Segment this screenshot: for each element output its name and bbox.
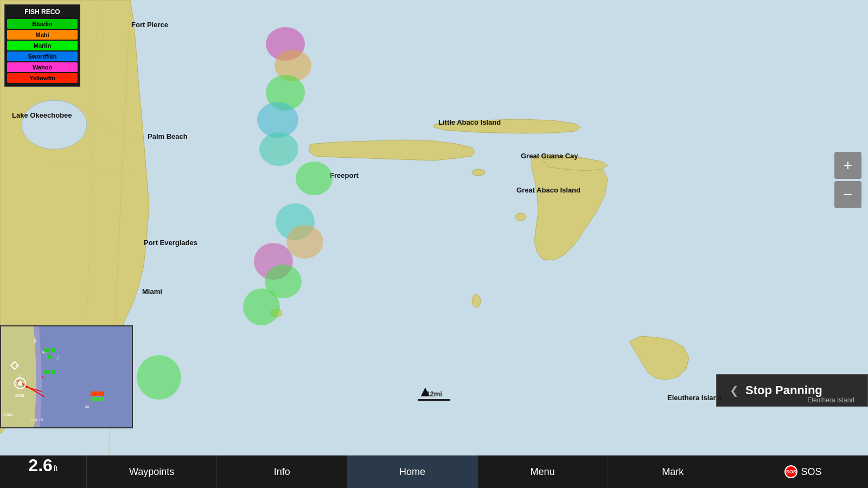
nav-sos[interactable]: SOS SOS <box>738 455 868 488</box>
compass: ▲ <box>418 383 433 400</box>
svg-text:8: 8 <box>34 338 36 344</box>
svg-rect-31 <box>98 397 104 401</box>
fish-item-mahi: Mahi <box>7 30 78 40</box>
svg-text:0.5mi: 0.5mi <box>4 413 14 416</box>
svg-text:so: so <box>85 404 90 408</box>
nav-info-label: Info <box>274 466 290 478</box>
fish-legend: FISH RECO Bluefin Mahi Marlin Swordfish … <box>4 4 80 87</box>
stop-panning-label: Stop Panning <box>745 383 822 397</box>
svg-point-1 <box>472 169 485 176</box>
nav-menu-label: Menu <box>531 466 555 478</box>
svg-point-25 <box>18 381 22 386</box>
nav-waypoints[interactable]: Waypoints <box>87 455 217 488</box>
depth-value: 2.6 <box>28 455 52 476</box>
svg-point-2 <box>472 294 481 307</box>
nav-mark-label: Mark <box>662 466 684 478</box>
svg-text:i: i <box>16 363 18 368</box>
depth-unit: ft <box>54 464 58 473</box>
svg-rect-17 <box>48 355 52 359</box>
zoom-controls: + − <box>834 152 861 208</box>
nav-mark[interactable]: Mark <box>608 455 738 488</box>
fish-item-swordfish: Swordfish <box>7 52 78 61</box>
mini-map-svg: 8 49 3 0599 0.5mi SHL RE i ⚓ ↑ <box>1 326 133 428</box>
nav-waypoints-label: Waypoints <box>129 466 174 478</box>
fish-item-marlin: Marlin <box>7 41 78 50</box>
svg-rect-19 <box>51 370 55 374</box>
svg-point-0 <box>22 100 87 149</box>
fish-item-bluefin: Bluefin <box>7 19 78 29</box>
fish-item-wahoo: Wahoo <box>7 62 78 72</box>
zoom-out-button[interactable]: − <box>834 181 861 208</box>
chevron-left-icon: ❮ <box>730 384 739 397</box>
fish-item-yellowfin: Yellowfin <box>7 73 78 83</box>
svg-point-3 <box>515 213 526 221</box>
svg-rect-16 <box>51 348 55 352</box>
nav-sos-label: SOS <box>801 466 821 478</box>
svg-rect-18 <box>44 370 49 374</box>
nav-home-label: Home <box>399 466 425 478</box>
zoom-in-button[interactable]: + <box>834 152 861 179</box>
svg-rect-30 <box>91 397 97 401</box>
bottom-nav: 2.6 ft Waypoints Info Home Menu Mark SOS… <box>0 455 868 488</box>
nav-home[interactable]: Home <box>347 455 477 488</box>
fish-legend-title: FISH RECO <box>7 7 78 18</box>
svg-text:SHL RE: SHL RE <box>31 418 44 422</box>
nav-info[interactable]: Info <box>217 455 347 488</box>
svg-text:0599: 0599 <box>15 393 24 398</box>
depth-display: 2.6 ft <box>0 455 87 488</box>
stop-panning-button[interactable]: ❮ Stop Panning Eleuthera Island <box>716 374 868 407</box>
sos-icon: SOS <box>784 465 797 478</box>
svg-rect-15 <box>44 348 49 352</box>
stop-panning-sublabel: Eleuthera Island <box>807 396 854 404</box>
map-container[interactable]: Fort Pierce Lake Okeechobee Palm Beach P… <box>0 0 868 461</box>
svg-text:⚓: ⚓ <box>55 354 62 361</box>
nav-menu[interactable]: Menu <box>478 455 608 488</box>
svg-rect-29 <box>98 391 104 396</box>
svg-rect-28 <box>91 391 97 396</box>
mini-map[interactable]: 8 49 3 0599 0.5mi SHL RE i ⚓ ↑ <box>0 325 133 428</box>
